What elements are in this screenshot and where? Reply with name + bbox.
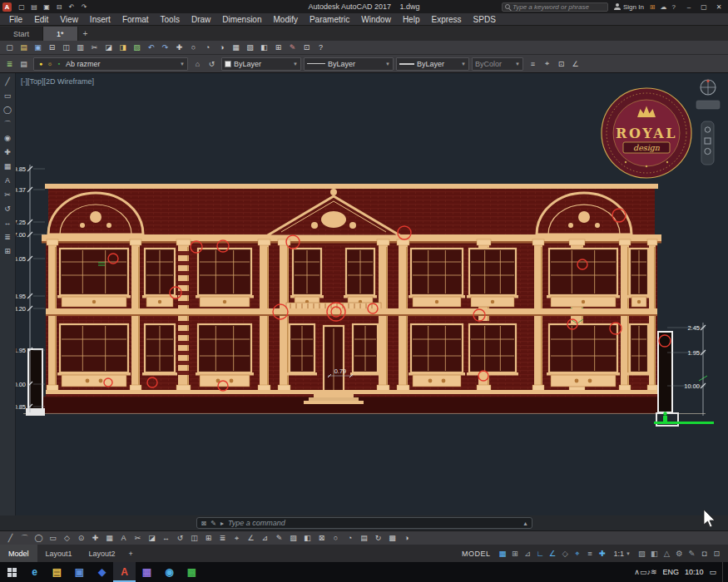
tb1-match-properties-icon[interactable]: ▨ xyxy=(130,42,144,54)
tray-hidden-icons-icon[interactable]: ∧ xyxy=(634,566,640,579)
status-selection-cycling-icon[interactable]: ◧ xyxy=(648,547,661,560)
layout-tab-layout2[interactable]: Layout2 xyxy=(81,545,124,562)
tb1-quick-calc-icon[interactable]: ⊡ xyxy=(300,42,314,54)
draw-table-icon[interactable]: ≣ xyxy=(1,231,15,243)
tb1-zoom-window-icon[interactable]: ◔ xyxy=(201,42,215,54)
draw-rotate-icon[interactable]: ↺ xyxy=(1,203,15,215)
tab-drawing-1[interactable]: 1* xyxy=(43,27,78,41)
layer-tools-previous-layer-icon[interactable]: ↺ xyxy=(205,57,219,70)
bt-trim-icon[interactable]: ✂ xyxy=(131,532,145,545)
tb1-qnew-icon[interactable]: ▢ xyxy=(2,42,17,54)
status-polar-tracking-icon[interactable]: ∠ xyxy=(547,547,559,560)
tb1-redo-icon[interactable]: ↷ xyxy=(158,42,172,54)
taskbar-app-blue-icon[interactable]: ▣ xyxy=(68,562,91,582)
bt-circle-icon[interactable]: ◯ xyxy=(32,532,46,545)
bt-hatch-icon[interactable]: ▦ xyxy=(102,532,116,545)
bt-gradient-icon[interactable]: ▨ xyxy=(286,532,300,545)
bt-arc-icon[interactable]: ⌒ xyxy=(17,532,32,545)
bt-stretch-icon[interactable]: ↔ xyxy=(159,532,173,545)
tb1-plot-icon[interactable]: ⊟ xyxy=(45,42,59,54)
status-annotation-icon[interactable]: △ xyxy=(661,547,673,560)
tb1-cut-icon[interactable]: ✂ xyxy=(87,42,102,54)
tab-start[interactable]: Start xyxy=(0,27,43,41)
status-object-snap-icon[interactable]: ⌖ xyxy=(572,547,584,560)
viewcube-control[interactable] xyxy=(696,101,720,109)
bt-zoom-icon[interactable]: ○ xyxy=(329,532,343,545)
status-workspace-icon[interactable]: ⚙ xyxy=(673,547,686,560)
menu-item-insert[interactable]: Insert xyxy=(84,15,116,24)
inquiry-quick-calc-icon[interactable]: ⊡ xyxy=(554,57,568,70)
taskbar-file-explorer-icon[interactable]: ▤ xyxy=(46,562,68,582)
infocenter-stay-connected-icon[interactable]: ☁ xyxy=(661,1,667,13)
menu-item-window[interactable]: Window xyxy=(355,15,397,24)
qat-qnew-icon[interactable]: ▢ xyxy=(17,1,27,13)
linetype-dropdown[interactable]: ByLayer ▼ xyxy=(304,57,394,71)
tb1-publish-icon[interactable]: ▥ xyxy=(73,42,87,54)
bt-edit-icon[interactable]: ✎ xyxy=(272,532,286,545)
menu-item-view[interactable]: View xyxy=(54,15,84,24)
tb1-copy-icon[interactable]: ◪ xyxy=(102,42,116,54)
layer-status-sun-icon[interactable]: ☼ xyxy=(46,57,54,70)
draw-ellipse-icon[interactable]: ◉ xyxy=(1,132,15,144)
tb1-plot-preview-icon[interactable]: ◫ xyxy=(59,42,73,54)
menu-item-parametric[interactable]: Parametric xyxy=(304,15,355,24)
tb1-pan-icon[interactable]: ✚ xyxy=(172,42,186,54)
layer-status-bulb-icon[interactable]: ● xyxy=(37,57,45,70)
bt-polygon-icon[interactable]: ◇ xyxy=(60,532,74,545)
window-close-icon[interactable]: ✕ xyxy=(711,0,726,13)
layer-status-color-swatch-icon[interactable]: ▪ xyxy=(55,57,63,70)
bt-rectangle-icon[interactable]: ▭ xyxy=(46,532,60,545)
tb1-properties-icon[interactable]: ▦ xyxy=(229,42,243,54)
bt-center-mark-icon[interactable]: ⌖ xyxy=(230,532,244,545)
new-layout-button[interactable]: + xyxy=(124,550,138,558)
draw-text-icon[interactable]: A xyxy=(1,175,15,186)
tb1-help-icon[interactable]: ? xyxy=(314,42,328,54)
status-clean-screen-icon[interactable]: ⊡ xyxy=(711,547,723,560)
status-ortho-icon[interactable]: ∟ xyxy=(534,547,547,560)
taskbar-edge-icon[interactable]: e xyxy=(23,562,46,582)
viewport-controls[interactable]: [-][Top][2D Wireframe] xyxy=(21,77,94,86)
menu-item-express[interactable]: Express xyxy=(425,15,467,24)
bt-mirror-icon[interactable]: ◫ xyxy=(187,532,201,545)
autocad-logo-icon[interactable]: A xyxy=(2,2,12,12)
tb1-save-icon[interactable]: ▣ xyxy=(31,42,45,54)
taskbar-autocad-icon[interactable]: A xyxy=(113,562,136,582)
draw-stretch-icon[interactable]: ↔ xyxy=(1,217,15,229)
color-dropdown[interactable]: ByLayer ▼ xyxy=(221,57,301,71)
layer-tools-make-current-icon[interactable]: ⌂ xyxy=(191,57,205,70)
bt-table-icon[interactable]: ▤ xyxy=(357,532,371,545)
navigation-bar[interactable] xyxy=(696,80,720,165)
inquiry-angle-icon[interactable]: ∠ xyxy=(568,57,582,70)
menu-item-edit[interactable]: Edit xyxy=(28,15,54,24)
draw-trim-icon[interactable]: ✂ xyxy=(1,189,15,200)
menu-item-tools[interactable]: Tools xyxy=(155,15,186,24)
sign-in-button[interactable]: Sign In xyxy=(614,3,644,11)
bt-redo-icon[interactable]: ↻ xyxy=(371,532,385,545)
tb1-tool-palettes-icon[interactable]: ◧ xyxy=(257,42,271,54)
qat-save-icon[interactable]: ▣ xyxy=(42,1,52,13)
infocenter-help-icon[interactable]: ? xyxy=(672,1,676,13)
menu-item-dimension[interactable]: Dimension xyxy=(216,15,267,24)
qat-redo-icon[interactable]: ↷ xyxy=(79,1,89,13)
drawing-canvas[interactable]: 9.859.377.257.006.053.953.201.95±0.00-0.… xyxy=(0,73,728,515)
action-center-icon[interactable]: ▭ xyxy=(709,566,716,579)
model-badge[interactable]: MODEL xyxy=(462,550,491,558)
show-desktop-button[interactable] xyxy=(722,562,726,582)
bt-layers-icon[interactable]: ≣ xyxy=(215,532,230,545)
qat-open-icon[interactable]: ▤ xyxy=(29,1,39,13)
bt-measure-icon[interactable]: ⊿ xyxy=(258,532,272,545)
tb1-zoom-realtime-icon[interactable]: ○ xyxy=(186,42,201,54)
inquiry-list-icon[interactable]: ≡ xyxy=(526,57,540,70)
draw-rectangle-icon[interactable]: ▭ xyxy=(1,90,15,101)
taskbar-app-navy-icon[interactable]: ◆ xyxy=(91,562,113,582)
tray-network-icon[interactable]: ≋ xyxy=(651,566,657,579)
language-indicator[interactable]: ENG xyxy=(662,568,679,576)
infocenter-exchange-apps-icon[interactable]: ⊞ xyxy=(650,1,656,13)
window-maximize-icon[interactable]: ▢ xyxy=(696,0,711,13)
status-isodraft-icon[interactable]: ◇ xyxy=(559,547,572,560)
layout-tab-layout1[interactable]: Layout1 xyxy=(37,545,81,562)
draw-arc-icon[interactable]: ⌒ xyxy=(1,118,15,130)
status-transparency-icon[interactable]: ▨ xyxy=(636,547,648,560)
bt-contrast-icon[interactable]: ◑ xyxy=(399,532,414,545)
status-grid-icon[interactable]: ▦ xyxy=(497,547,509,560)
